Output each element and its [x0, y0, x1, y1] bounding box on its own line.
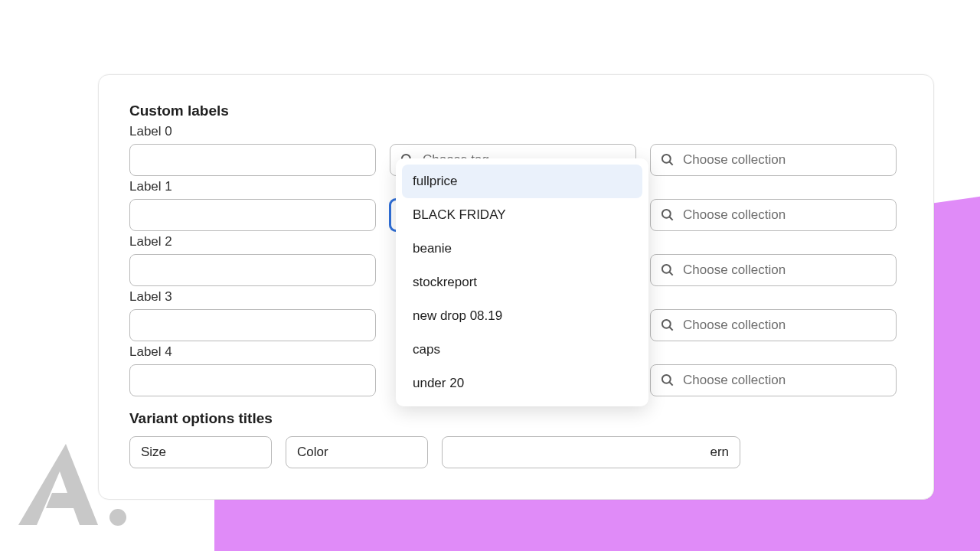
svg-point-9 [662, 265, 671, 273]
svg-point-11 [662, 320, 671, 328]
label-1-collection-select[interactable] [650, 199, 897, 231]
dropdown-item[interactable]: beanie [402, 232, 642, 266]
variant-option-1[interactable]: Color [286, 436, 428, 468]
svg-line-4 [670, 162, 673, 165]
dropdown-item[interactable]: stockreport [402, 266, 642, 299]
label-2-collection-select[interactable] [650, 254, 897, 286]
dropdown-item[interactable]: under 20 [402, 367, 642, 400]
variant-options-heading: Variant options titles [129, 410, 903, 427]
svg-point-0 [109, 509, 126, 526]
variant-option-2[interactable]: ern [442, 436, 740, 468]
search-icon [660, 262, 675, 278]
label-2-text-input[interactable] [129, 254, 376, 286]
label-0-collection-select[interactable] [650, 144, 897, 176]
label-name: Label 0 [129, 124, 903, 139]
svg-line-14 [670, 383, 673, 386]
svg-point-7 [662, 210, 671, 218]
svg-line-12 [670, 328, 673, 331]
svg-point-3 [662, 155, 671, 163]
label-4-collection-select[interactable] [650, 364, 897, 396]
custom-labels-heading: Custom labels [129, 103, 903, 119]
variant-options-row: Size Color ern [129, 436, 903, 468]
dropdown-item[interactable]: new drop 08.19 [402, 299, 642, 333]
label-3-text-input[interactable] [129, 309, 376, 341]
dropdown-item[interactable]: BLACK FRIDAY [402, 198, 642, 232]
label-0-text-input[interactable] [129, 144, 376, 176]
search-icon [660, 207, 675, 223]
variant-option-0[interactable]: Size [129, 436, 272, 468]
dropdown-item[interactable]: fullprice [402, 165, 642, 198]
label-4-text-input[interactable] [129, 364, 376, 396]
search-icon [660, 152, 675, 168]
dropdown-item[interactable]: caps [402, 333, 642, 367]
svg-line-8 [670, 217, 673, 220]
label-3-collection-select[interactable] [650, 309, 897, 341]
search-icon [660, 318, 675, 333]
svg-point-13 [662, 375, 671, 383]
svg-line-10 [670, 272, 673, 276]
search-icon [660, 373, 675, 388]
label-1-text-input[interactable] [129, 199, 376, 231]
tag-dropdown[interactable]: fullprice BLACK FRIDAY beanie stockrepor… [396, 158, 648, 406]
